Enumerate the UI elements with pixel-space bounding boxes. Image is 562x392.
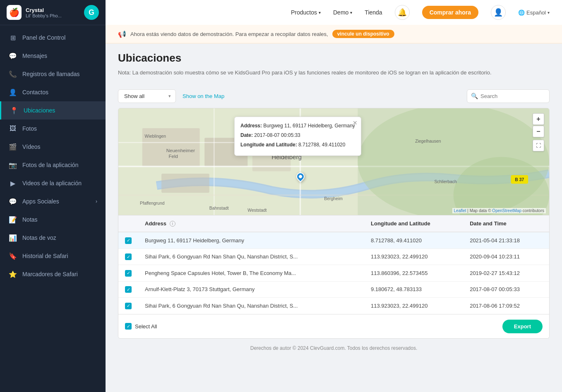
sidebar-item-label: Notas de voz — [22, 234, 56, 241]
brand-name: Crystal — [26, 7, 62, 13]
row-checkbox[interactable]: ✓ — [125, 253, 132, 260]
sidebar-item-label: Vídeos — [22, 143, 41, 150]
popup-coords-row: Longitude and Latitude: 8.712788, 49.411… — [240, 141, 355, 148]
row-checkbox-cell[interactable]: ✓ — [118, 298, 138, 314]
table-container: Address i Longitude and Latitude Date an… — [118, 215, 550, 339]
row-checkbox[interactable]: ✓ — [125, 237, 132, 244]
export-button[interactable]: Export — [502, 320, 543, 333]
notas-icon: 📝 — [8, 215, 17, 224]
map-controls: + − ⛶ — [533, 113, 544, 151]
sidebar-item-notas-voz[interactable]: 📊 Notas de voz — [0, 229, 106, 247]
popup-close-button[interactable]: ✕ — [353, 120, 358, 126]
sidebar-item-label: Contactos — [22, 89, 48, 96]
sidebar-item-apps-sociales[interactable]: 💬 Apps Sociales › — [0, 192, 106, 210]
sidebar: 🍎 Crystal Lil' Bobby's Pho... G ⊞ Panel … — [0, 0, 106, 392]
zoom-in-button[interactable]: + — [533, 113, 544, 125]
chevron-down-icon: ▾ — [319, 10, 321, 15]
footer: Derechos de autor © 2024 ClevGuard.com. … — [118, 339, 550, 358]
tienda-link[interactable]: Tienda — [365, 9, 382, 16]
sidebar-item-ubicaciones[interactable]: 📍 Ubicaciones — [0, 101, 106, 120]
sidebar-item-safari[interactable]: 🔖 Historial de Safari — [0, 247, 106, 265]
language-selector[interactable]: 🌐 Español ▾ — [518, 10, 550, 16]
sidebar-brand: Crystal Lil' Bobby's Pho... — [26, 7, 62, 18]
show-all-select[interactable]: Show all ▾ — [118, 89, 176, 103]
row-checkbox[interactable]: ✓ — [125, 303, 132, 309]
notification-bell-icon[interactable]: 🔔 — [395, 5, 410, 20]
sidebar-item-label: Registros de llamadas — [22, 71, 80, 77]
fotos-icon: 🖼 — [8, 124, 17, 133]
row-checkbox-cell[interactable]: ✓ — [118, 249, 138, 265]
row-coords: 113.860396, 22.573455 — [364, 265, 463, 282]
popup-address-value: Burgweg 11, 69117 Heidelberg, Germany — [263, 123, 355, 129]
device-name: Lil' Bobby's Pho... — [26, 13, 62, 18]
col-coords: Longitude and Latitude — [364, 215, 463, 232]
sidebar-item-label: Historial de Safari — [22, 253, 68, 259]
row-address: Sihai Park, 6 Gongyuan Rd Nan Shan Qu, N… — [138, 298, 364, 314]
table-body: ✓ Burgweg 11, 69117 Heidelberg, Germany … — [118, 232, 549, 314]
svg-text:Schlierbach: Schlierbach — [434, 179, 457, 184]
sidebar-item-contactos[interactable]: 👤 Contactos — [0, 83, 106, 101]
sidebar-item-panel[interactable]: ⊞ Panel de Control — [0, 29, 106, 47]
select-all-checkbox[interactable]: ✓ — [125, 323, 132, 330]
sidebar-item-marcadores[interactable]: ⭐ Marcadores de Safari — [0, 265, 106, 283]
banner-text: Ahora estás viendo datos de demostración… — [130, 31, 328, 37]
sidebar-item-videos-app[interactable]: ▶ Videos de la aplicación — [0, 174, 106, 192]
buy-button[interactable]: Comprar ahora — [422, 6, 478, 19]
table-row: ✓ Sihai Park, 6 Gongyuan Rd Nan Shan Qu,… — [118, 249, 549, 265]
select-all-label: Select All — [135, 323, 157, 330]
marcadores-icon: ⭐ — [8, 270, 17, 279]
zoom-out-button[interactable]: − — [533, 126, 544, 137]
vincule-link[interactable]: vincule un dispositivo — [332, 30, 394, 38]
openstreetmap-link[interactable]: OpenStreetMap — [492, 208, 521, 213]
row-checkbox[interactable]: ✓ — [125, 270, 132, 277]
user-avatar-icon[interactable]: 👤 — [491, 5, 506, 20]
show-on-map-link[interactable]: Show on the Map — [183, 93, 224, 99]
fotos-app-icon: 📷 — [8, 160, 17, 170]
sidebar-item-videos[interactable]: 🎬 Vídeos — [0, 138, 106, 156]
row-coords: 8.712788, 49.411020 — [364, 232, 463, 249]
svg-text:Weststadt: Weststadt — [247, 208, 267, 213]
table-row: ✓ Sihai Park, 6 Gongyuan Rd Nan Shan Qu,… — [118, 298, 549, 314]
row-checkbox-cell[interactable]: ✓ — [118, 265, 138, 282]
sidebar-item-llamadas[interactable]: 📞 Registros de llamadas — [0, 65, 106, 83]
leaflet-link[interactable]: Leaflet — [454, 208, 466, 213]
contactos-icon: 👤 — [8, 88, 17, 97]
row-datetime: 2021-05-04 21:33:18 — [463, 232, 549, 249]
sidebar-item-label: Notas — [22, 216, 38, 223]
row-datetime: 2017-08-06 17:09:52 — [463, 298, 549, 314]
col-address: Address i — [138, 215, 364, 232]
topnav-links: Productos ▾ Demo ▾ Tienda 🔔 Comprar ahor… — [291, 5, 550, 20]
sidebar-item-fotos-app[interactable]: 📷 Fotos de la aplicación — [0, 156, 106, 174]
row-coords: 113.923023, 22.499120 — [364, 298, 463, 314]
sidebar-item-notas[interactable]: 📝 Notas — [0, 210, 106, 229]
search-box: 🔍 — [467, 89, 550, 103]
controls-row: Show all ▾ Show on the Map 🔍 — [118, 84, 550, 108]
productos-link[interactable]: Productos ▾ — [291, 9, 321, 16]
address-info-icon[interactable]: i — [170, 221, 175, 227]
popup-coords-value: 8.712788, 49.411020 — [298, 142, 345, 148]
table-row: ✓ Pengheng Space Capsules Hotel, Tower B… — [118, 265, 549, 282]
sidebar-item-fotos[interactable]: 🖼 Fotos — [0, 120, 106, 138]
sidebar-item-mensajes[interactable]: 💬 Mensajes — [0, 47, 106, 65]
col-datetime: Date and Time — [463, 215, 549, 232]
demo-link[interactable]: Demo ▾ — [333, 9, 352, 16]
svg-text:Bergheim: Bergheim — [324, 196, 343, 201]
filter-dropdown[interactable]: Show all — [118, 89, 176, 103]
row-checkbox[interactable]: ✓ — [125, 286, 132, 293]
safari-icon: 🔖 — [8, 251, 17, 261]
row-datetime: 2020-09-04 10:23:11 — [463, 249, 549, 265]
sidebar-item-label: Apps Sociales — [22, 198, 59, 205]
demo-banner: 📢 Ahora estás viendo datos de demostraci… — [106, 25, 562, 43]
crystal-icon: G — [84, 5, 99, 20]
videos-icon: 🎬 — [8, 142, 17, 151]
locations-table: Address i Longitude and Latitude Date an… — [118, 215, 549, 314]
fullscreen-button[interactable]: ⛶ — [533, 140, 544, 151]
sidebar-item-label: Fotos — [22, 125, 37, 132]
row-checkbox-cell[interactable]: ✓ — [118, 281, 138, 298]
row-checkbox-cell[interactable]: ✓ — [118, 232, 138, 249]
svg-text:B 37: B 37 — [515, 177, 524, 182]
search-input[interactable] — [467, 89, 550, 103]
svg-text:Ziegelhausen: Ziegelhausen — [415, 139, 441, 143]
bottom-bar: ✓ Select All Export — [118, 314, 549, 338]
apple-logo-icon: 🍎 — [7, 5, 22, 20]
